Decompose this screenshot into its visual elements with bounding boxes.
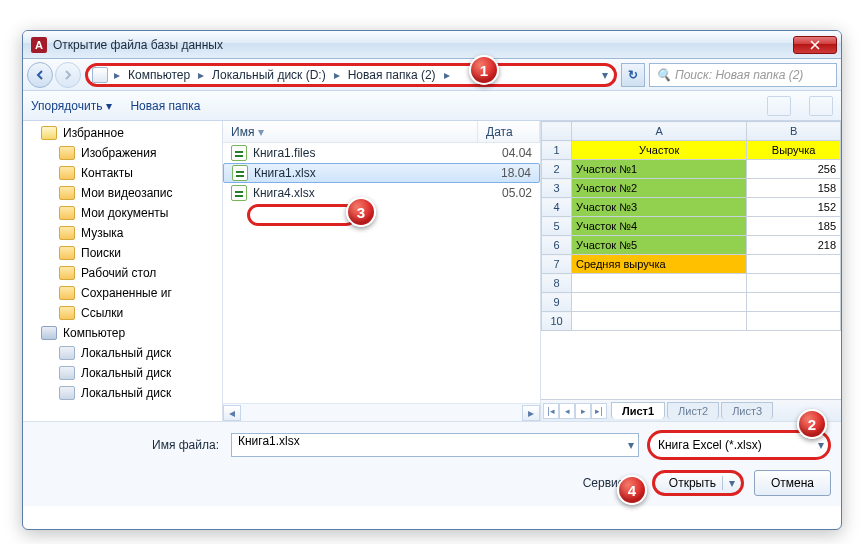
chevron-down-icon: ▾ <box>106 99 112 113</box>
navbar: ▸ Компьютер ▸ Локальный диск (D:) ▸ Нова… <box>23 59 841 91</box>
sidebar-item-drive[interactable]: Локальный диск <box>23 343 222 363</box>
callout-3: 3 <box>346 197 376 227</box>
window-title: Открытие файла базы данных <box>53 38 793 52</box>
col-header-a[interactable]: A <box>572 122 747 141</box>
excel-file-icon <box>232 165 248 181</box>
sidebar-item-contacts[interactable]: Контакты <box>23 163 222 183</box>
sheet-tabs: |◂ ◂ ▸ ▸| Лист1 Лист2 Лист3 <box>541 399 841 421</box>
open-button[interactable]: Открыть▾ <box>652 470 744 496</box>
sheet-tab-1[interactable]: Лист1 <box>611 402 665 419</box>
folder-icon <box>59 306 75 320</box>
row-header[interactable]: 1 <box>542 141 572 160</box>
row-header[interactable]: 9 <box>542 293 572 312</box>
filename-input[interactable]: Книга1.xlsx ▾ <box>231 433 639 457</box>
tab-nav-next[interactable]: ▸ <box>575 403 591 419</box>
cell[interactable]: Участок №4 <box>572 217 747 236</box>
sidebar-item-drive[interactable]: Локальный диск <box>23 383 222 403</box>
close-button[interactable] <box>793 36 837 54</box>
cell[interactable]: Участок №2 <box>572 179 747 198</box>
cell[interactable] <box>747 293 841 312</box>
sidebar-item-videos[interactable]: Мои видеозапис <box>23 183 222 203</box>
organize-menu[interactable]: Упорядочить▾ <box>31 99 112 113</box>
sidebar-computer[interactable]: Компьютер <box>23 323 222 343</box>
sidebar-item-links[interactable]: Ссылки <box>23 303 222 323</box>
sidebar-favorites[interactable]: Избранное <box>23 123 222 143</box>
tab-nav-prev[interactable]: ◂ <box>559 403 575 419</box>
dialog-footer: Имя файла: Книга1.xlsx ▾ Книга Excel (*.… <box>23 421 841 506</box>
cell[interactable] <box>747 312 841 331</box>
row-header[interactable]: 3 <box>542 179 572 198</box>
help-button[interactable] <box>809 96 833 116</box>
row-header[interactable]: 5 <box>542 217 572 236</box>
scroll-left-button[interactable]: ◂ <box>223 405 241 421</box>
tab-nav-last[interactable]: ▸| <box>591 403 607 419</box>
sidebar-item-pictures[interactable]: Изображения <box>23 143 222 163</box>
sidebar-item-desktop[interactable]: Рабочий стол <box>23 263 222 283</box>
breadcrumb[interactable]: ▸ Компьютер ▸ Локальный диск (D:) ▸ Нова… <box>85 63 617 87</box>
cell[interactable]: Выручка <box>747 141 841 160</box>
cell[interactable]: Участок <box>572 141 747 160</box>
cell[interactable] <box>747 274 841 293</box>
callout-4: 4 <box>617 475 647 505</box>
view-options-button[interactable] <box>767 96 791 116</box>
cell[interactable]: Участок №1 <box>572 160 747 179</box>
callout-2: 2 <box>797 409 827 439</box>
chevron-down-icon[interactable]: ▾ <box>722 476 735 490</box>
cell[interactable]: 185 <box>747 217 841 236</box>
cell[interactable] <box>572 274 747 293</box>
folder-icon <box>59 186 75 200</box>
toolbar: Упорядочить▾ Новая папка <box>23 91 841 121</box>
row-header[interactable]: 7 <box>542 255 572 274</box>
row-header[interactable]: 6 <box>542 236 572 255</box>
scroll-right-button[interactable]: ▸ <box>522 405 540 421</box>
new-folder-button[interactable]: Новая папка <box>130 99 200 113</box>
sidebar-item-saved[interactable]: Сохраненные иг <box>23 283 222 303</box>
row-header[interactable]: 8 <box>542 274 572 293</box>
column-header-name[interactable]: Имя▾ <box>223 121 478 142</box>
file-row[interactable]: Книга4.xlsx05.02 <box>223 183 540 203</box>
cell[interactable]: Участок №5 <box>572 236 747 255</box>
cell[interactable]: Участок №3 <box>572 198 747 217</box>
cell[interactable]: 158 <box>747 179 841 198</box>
preview-pane: AB 1УчастокВыручка 2Участок №1256 3Участ… <box>541 121 841 421</box>
sheet-tab-3[interactable]: Лист3 <box>721 402 773 419</box>
crumb-drive-d[interactable]: Локальный диск (D:) <box>206 68 332 82</box>
cell[interactable] <box>572 293 747 312</box>
row-header[interactable]: 10 <box>542 312 572 331</box>
horizontal-scrollbar[interactable]: ◂ ▸ <box>223 403 540 421</box>
chevron-down-icon[interactable]: ▾ <box>628 438 634 452</box>
sidebar-item-music[interactable]: Музыка <box>23 223 222 243</box>
sidebar-item-drive[interactable]: Локальный диск <box>23 363 222 383</box>
nav-back-button[interactable] <box>27 62 53 88</box>
cancel-button[interactable]: Отмена <box>754 470 831 496</box>
col-header-b[interactable]: B <box>747 122 841 141</box>
sheet-tab-2[interactable]: Лист2 <box>667 402 719 419</box>
file-row-selected[interactable]: Книга1.xlsx18.04 <box>223 163 540 183</box>
cell[interactable]: 256 <box>747 160 841 179</box>
cell[interactable] <box>572 312 747 331</box>
cell[interactable] <box>747 255 841 274</box>
corner-cell[interactable] <box>542 122 572 141</box>
refresh-button[interactable]: ↻ <box>621 63 645 87</box>
cell[interactable]: Средняя выручка <box>572 255 747 274</box>
sidebar-item-searches[interactable]: Поиски <box>23 243 222 263</box>
open-file-dialog: A Открытие файла базы данных ▸ Компьютер… <box>22 30 842 530</box>
file-row[interactable]: Книга1.files04.04 <box>223 143 540 163</box>
chevron-down-icon[interactable]: ▾ <box>818 438 824 452</box>
sidebar-item-documents[interactable]: Мои документы <box>23 203 222 223</box>
tab-nav-first[interactable]: |◂ <box>543 403 559 419</box>
folder-icon <box>59 146 75 160</box>
crumb-computer[interactable]: Компьютер <box>122 68 196 82</box>
search-input[interactable]: 🔍 Поиск: Новая папка (2) <box>649 63 837 87</box>
cell[interactable]: 152 <box>747 198 841 217</box>
crumb-folder[interactable]: Новая папка (2) <box>342 68 442 82</box>
column-header-date[interactable]: Дата <box>478 121 540 142</box>
nav-forward-button[interactable] <box>55 62 81 88</box>
spreadsheet-preview: AB 1УчастокВыручка 2Участок №1256 3Участ… <box>541 121 841 331</box>
cell[interactable]: 218 <box>747 236 841 255</box>
row-header[interactable]: 2 <box>542 160 572 179</box>
excel-file-icon <box>231 185 247 201</box>
app-icon: A <box>31 37 47 53</box>
row-header[interactable]: 4 <box>542 198 572 217</box>
chevron-down-icon[interactable]: ▾ <box>602 68 608 82</box>
